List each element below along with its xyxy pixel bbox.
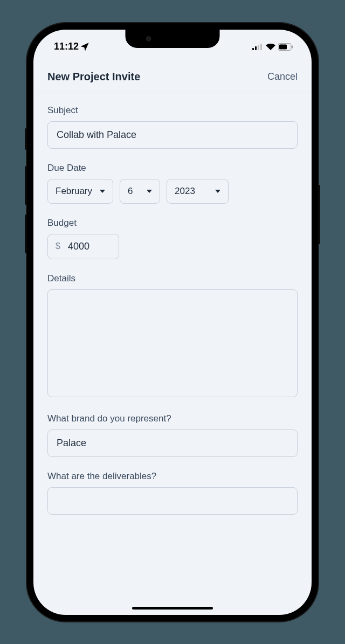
deliverables-field: What are the deliverables?	[47, 471, 298, 515]
due-date-field: Due Date February 6 2023	[47, 163, 298, 204]
year-value: 2023	[175, 186, 195, 197]
svg-rect-6	[292, 45, 293, 48]
svg-rect-2	[258, 45, 259, 50]
budget-input[interactable]	[68, 241, 111, 252]
budget-input-wrap[interactable]: $	[47, 234, 119, 259]
date-row: February 6 2023	[47, 179, 298, 204]
subject-input[interactable]	[47, 121, 298, 149]
subject-field: Subject	[47, 105, 298, 149]
dollar-icon: $	[56, 241, 60, 251]
status-time: 11:12	[54, 41, 89, 52]
form: Subject Due Date February 6 2023	[33, 93, 312, 541]
details-label: Details	[47, 273, 298, 284]
volume-down-button	[25, 214, 27, 253]
subject-label: Subject	[47, 105, 298, 116]
details-textarea[interactable]	[47, 289, 298, 397]
cancel-button[interactable]: Cancel	[267, 71, 298, 82]
cellular-icon	[252, 43, 263, 51]
month-value: February	[56, 186, 92, 197]
status-icons	[252, 43, 293, 51]
deliverables-input[interactable]	[47, 487, 298, 515]
budget-field: Budget $	[47, 218, 298, 259]
svg-rect-3	[260, 44, 262, 50]
brand-input[interactable]	[47, 430, 298, 457]
power-button	[318, 185, 320, 244]
day-value: 6	[128, 186, 133, 197]
page-title: New Project Invite	[47, 71, 140, 83]
home-indicator[interactable]	[132, 607, 213, 610]
month-select[interactable]: February	[47, 179, 113, 204]
brand-field: What brand do you represent?	[47, 413, 298, 457]
svg-rect-0	[252, 48, 254, 50]
year-select[interactable]: 2023	[167, 179, 229, 204]
brand-label: What brand do you represent?	[47, 413, 298, 424]
caret-down-icon	[215, 190, 220, 193]
caret-down-icon	[100, 190, 105, 193]
phone-frame: 11:12	[27, 23, 318, 621]
battery-icon	[278, 43, 293, 51]
due-date-label: Due Date	[47, 163, 298, 174]
budget-label: Budget	[47, 218, 298, 228]
svg-rect-5	[279, 44, 287, 49]
day-select[interactable]: 6	[120, 179, 160, 204]
wifi-icon	[266, 43, 275, 51]
location-arrow-icon	[81, 43, 89, 51]
deliverables-label: What are the deliverables?	[47, 471, 298, 482]
svg-rect-1	[255, 46, 257, 50]
notch	[126, 30, 220, 48]
volume-up-button	[25, 166, 27, 205]
caret-down-icon	[147, 190, 152, 193]
time-text: 11:12	[54, 41, 79, 52]
screen: 11:12	[33, 30, 312, 615]
details-field: Details	[47, 273, 298, 399]
modal-header: New Project Invite Cancel	[33, 61, 312, 93]
mute-switch	[25, 128, 27, 150]
